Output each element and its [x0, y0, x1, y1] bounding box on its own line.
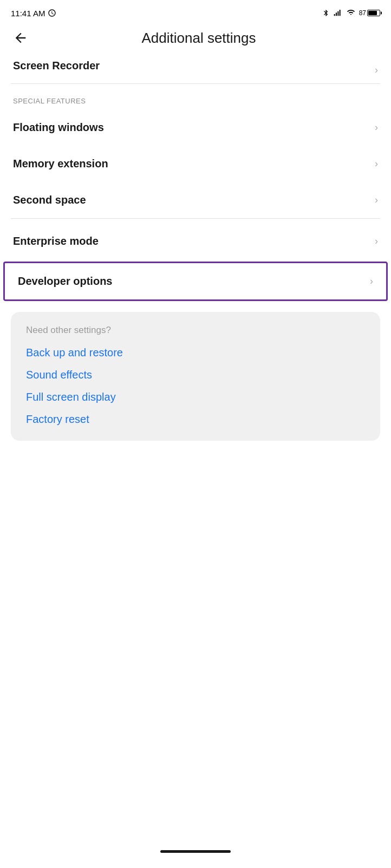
alarm-icon: [48, 9, 56, 17]
home-indicator: [0, 841, 391, 859]
battery-level: 87: [359, 9, 366, 17]
signal-icon: [333, 9, 343, 17]
memory-extension-item[interactable]: Memory extension ›: [0, 146, 391, 182]
floating-windows-item[interactable]: Floating windows ›: [0, 109, 391, 146]
home-bar: [160, 850, 231, 853]
floating-windows-chevron: ›: [375, 122, 378, 133]
second-space-item[interactable]: Second space ›: [0, 182, 391, 218]
enterprise-mode-item[interactable]: Enterprise mode ›: [0, 223, 391, 259]
other-settings-card: Need other settings? Back up and restore…: [11, 312, 380, 441]
status-icons: 87: [322, 8, 380, 18]
screen-recorder-label: Screen Recorder: [13, 60, 100, 72]
developer-options-chevron: ›: [370, 276, 373, 287]
status-time: 11:41 AM: [11, 9, 56, 18]
svg-rect-1: [336, 12, 337, 16]
memory-extension-chevron: ›: [375, 158, 378, 169]
page-title: Additional settings: [39, 30, 359, 47]
enterprise-mode-label: Enterprise mode: [13, 235, 99, 247]
back-arrow-icon: [13, 30, 28, 45]
svg-rect-0: [334, 14, 335, 16]
memory-extension-label: Memory extension: [13, 158, 108, 170]
bluetooth-icon: [322, 8, 330, 18]
battery-indicator: 87: [359, 9, 380, 17]
time-label: 11:41 AM: [11, 9, 45, 18]
factory-reset-link[interactable]: Factory reset: [26, 413, 365, 426]
divider-middle: [11, 218, 380, 219]
developer-options-label: Developer options: [18, 275, 112, 288]
screen-recorder-chevron: ›: [375, 64, 378, 76]
developer-options-item[interactable]: Developer options ›: [3, 262, 388, 301]
enterprise-mode-chevron: ›: [375, 236, 378, 247]
floating-windows-label: Floating windows: [13, 121, 104, 134]
second-space-chevron: ›: [375, 194, 378, 206]
screen-recorder-item[interactable]: Screen Recorder ›: [0, 56, 391, 83]
status-bar: 11:41 AM 87: [0, 0, 391, 24]
wifi-icon: [346, 9, 356, 17]
back-button[interactable]: [11, 28, 30, 48]
svg-rect-3: [339, 10, 340, 16]
other-settings-hint: Need other settings?: [26, 325, 365, 336]
second-space-label: Second space: [13, 194, 86, 206]
svg-rect-2: [337, 11, 338, 16]
sound-effects-link[interactable]: Sound effects: [26, 369, 365, 381]
top-nav: Additional settings: [0, 24, 391, 56]
full-screen-display-link[interactable]: Full screen display: [26, 391, 365, 403]
special-features-header: SPECIAL FEATURES: [0, 84, 391, 109]
backup-restore-link[interactable]: Back up and restore: [26, 347, 365, 359]
